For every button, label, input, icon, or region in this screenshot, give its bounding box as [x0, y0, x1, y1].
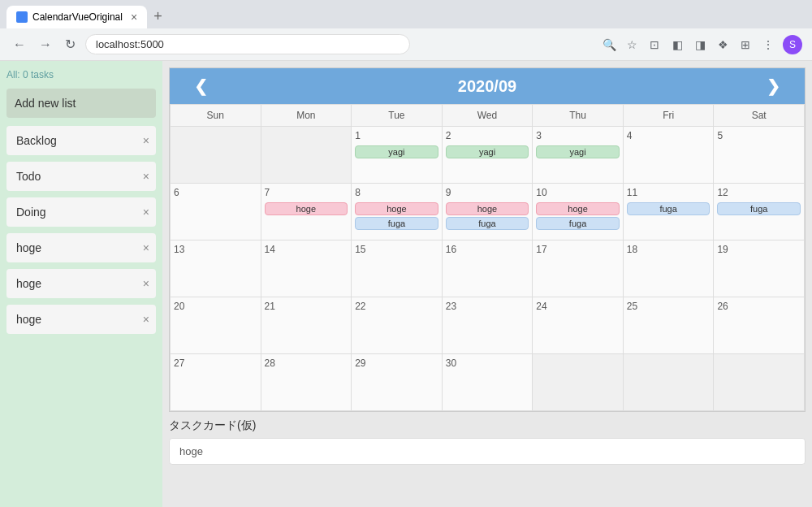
task-card-section: タスクカード(仮)	[169, 412, 806, 465]
list-item-3[interactable]: hoge×	[6, 233, 156, 262]
day-cell[interactable]: 9hogefuga	[443, 184, 533, 240]
prev-month-btn[interactable]: ❮	[186, 76, 216, 96]
new-tab-btn[interactable]: +	[147, 5, 169, 28]
browser-tab[interactable]: CalendarVueOriginal ×	[6, 6, 147, 28]
status-bar: All: 0 tasks	[6, 67, 156, 82]
day-cell[interactable]: 13	[171, 240, 261, 297]
day-cell[interactable]: 27	[171, 354, 261, 411]
tab-title: CalendarVueOriginal	[32, 11, 123, 23]
day-cell[interactable]: 7hoge	[261, 184, 352, 240]
day-cell[interactable]: 21	[261, 297, 352, 354]
refresh-btn[interactable]: ↻	[62, 33, 79, 55]
event-tag[interactable]: fuga	[627, 202, 710, 215]
list-item-1[interactable]: Todo×	[6, 162, 156, 191]
list-item-4[interactable]: hoge×	[6, 269, 156, 298]
day-cell[interactable]: 29	[352, 354, 443, 411]
day-cell[interactable]	[624, 354, 715, 411]
event-tag[interactable]: fuga	[446, 217, 529, 230]
back-btn[interactable]: ←	[10, 34, 29, 55]
day-cell[interactable]: 8hogefuga	[352, 184, 443, 240]
list-item-close-1[interactable]: ×	[143, 170, 149, 183]
day-cell[interactable]: 24	[533, 297, 624, 354]
day-cell[interactable]: 15	[352, 240, 443, 297]
tab-favicon	[16, 11, 28, 23]
list-item-2[interactable]: Doing×	[6, 197, 156, 227]
day-cell[interactable]	[714, 354, 805, 411]
day-number: 17	[536, 244, 620, 255]
event-tag[interactable]: fuga	[536, 217, 620, 230]
day-cell[interactable]	[533, 354, 624, 411]
bookmark-icon[interactable]: ☆	[624, 37, 640, 53]
day-number: 28	[265, 358, 348, 369]
day-number: 22	[355, 301, 438, 312]
event-tag[interactable]: hoge	[446, 202, 529, 215]
list-item-close-2[interactable]: ×	[143, 206, 149, 219]
day-cell[interactable]: 28	[261, 354, 352, 411]
extension-icon2[interactable]: ◨	[692, 37, 708, 53]
list-item-close-0[interactable]: ×	[143, 134, 149, 147]
day-number: 4	[627, 130, 710, 141]
event-tag[interactable]: hoge	[355, 202, 438, 215]
forward-btn[interactable]: →	[36, 34, 55, 55]
toolbar-icons: 🔍 ☆ ⊡ ◧ ◨ ❖ ⊞ ⋮ S	[601, 35, 802, 54]
day-cell[interactable]: 3yagi	[533, 127, 624, 184]
list-item-0[interactable]: Backlog×	[6, 126, 156, 155]
day-number: 23	[446, 301, 529, 312]
extension-icon1[interactable]: ◧	[669, 37, 685, 53]
day-header: Sun	[171, 105, 261, 127]
event-tag[interactable]: yagi	[355, 145, 438, 158]
list-item-5[interactable]: hoge×	[6, 305, 156, 334]
list-item-close-5[interactable]: ×	[143, 313, 149, 326]
day-number: 19	[717, 244, 801, 255]
day-cell[interactable]: 17	[533, 240, 624, 297]
day-number: 20	[174, 301, 257, 312]
day-cell[interactable]: 25	[624, 297, 715, 354]
day-cell[interactable]: 1yagi	[352, 127, 443, 184]
day-cell[interactable]: 10hogefuga	[533, 184, 624, 240]
event-tag[interactable]: fuga	[717, 202, 801, 215]
day-cell[interactable]: 20	[171, 297, 261, 354]
add-new-list-button[interactable]: Add new list	[6, 89, 156, 118]
day-cell[interactable]: 19	[714, 240, 805, 297]
day-cell[interactable]: 18	[624, 240, 715, 297]
menu-icon[interactable]: ⋮	[760, 37, 776, 53]
tab-close-btn[interactable]: ×	[131, 11, 137, 24]
day-cell[interactable]	[171, 127, 261, 184]
day-cell[interactable]: 22	[352, 297, 443, 354]
day-number: 12	[717, 187, 801, 198]
task-card-input[interactable]	[169, 438, 806, 465]
event-tag[interactable]: fuga	[355, 217, 438, 230]
day-cell[interactable]: 6	[171, 184, 261, 240]
day-cell[interactable]: 2yagi	[443, 127, 533, 184]
day-number: 2	[446, 130, 529, 141]
extension-icon3[interactable]: ❖	[715, 37, 731, 53]
day-cell[interactable]: 26	[714, 297, 805, 354]
event-tag[interactable]: hoge	[536, 202, 620, 215]
address-input[interactable]	[85, 34, 410, 54]
calendar-grid: SunMonTueWedThuFriSat1yagi2yagi3yagi4567…	[170, 104, 805, 411]
profile-icon[interactable]: S	[783, 35, 802, 54]
day-number: 27	[174, 358, 257, 369]
day-number: 1	[355, 130, 438, 141]
day-cell[interactable]: 16	[443, 240, 533, 297]
search-icon[interactable]: 🔍	[601, 37, 617, 53]
event-tag[interactable]: yagi	[536, 145, 620, 158]
day-cell[interactable]: 23	[443, 297, 533, 354]
translate-icon[interactable]: ⊡	[646, 37, 663, 53]
day-cell[interactable]: 4	[624, 127, 715, 184]
list-item-close-3[interactable]: ×	[143, 241, 149, 254]
day-cell[interactable]: 30	[443, 354, 533, 411]
list-item-close-4[interactable]: ×	[143, 277, 149, 290]
day-cell[interactable]: 5	[714, 127, 805, 184]
day-cell[interactable]	[261, 127, 352, 184]
day-cell[interactable]: 14	[261, 240, 352, 297]
day-cell[interactable]: 12fuga	[714, 184, 805, 240]
extension-icon4[interactable]: ⊞	[737, 37, 754, 53]
next-month-btn[interactable]: ❯	[758, 76, 788, 96]
day-number: 9	[446, 187, 529, 198]
event-tag[interactable]: hoge	[265, 202, 348, 215]
day-cell[interactable]: 11fuga	[624, 184, 715, 240]
day-header: Fri	[624, 105, 715, 127]
day-number: 15	[355, 244, 438, 255]
event-tag[interactable]: yagi	[446, 145, 529, 158]
